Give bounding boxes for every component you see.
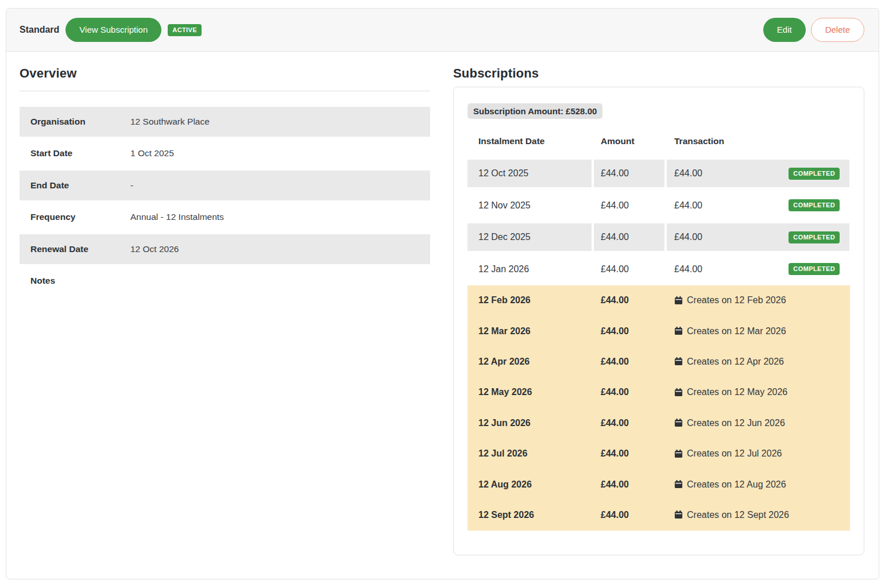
pending-instalment-row: 12 Aug 2026 £44.00 Creates on 12 Aug 202… (467, 469, 850, 500)
instalment-transaction: Creates on 12 Apr 2026 (667, 346, 849, 377)
instalment-transaction: Creates on 12 Feb 2026 (667, 285, 849, 316)
transaction-amount: £44.00 (674, 264, 702, 274)
instalment-date: 12 Mar 2026 (467, 316, 592, 346)
overview-row: Organisation 12 Southwark Place (20, 107, 430, 137)
instalment-date: 12 Sept 2026 (467, 500, 592, 530)
completed-badge: COMPLETED (789, 168, 840, 180)
overview-title: Overview (20, 65, 430, 82)
creates-on-label: Creates on 12 Feb 2026 (687, 295, 786, 305)
instalment-transaction: Creates on 12 May 2026 (667, 377, 849, 408)
overview-field-label: Renewal Date (20, 244, 130, 254)
instalment-date: 12 Oct 2025 (467, 160, 592, 187)
instalment-date: 12 Jan 2026 (467, 256, 592, 283)
instalment-date: 12 Nov 2025 (467, 192, 592, 219)
instalment-amount: £44.00 (594, 438, 664, 469)
creates-on-label: Creates on 12 Sept 2026 (687, 510, 789, 520)
subscription-amount-chip: Subscription Amount: £528.00 (467, 103, 602, 119)
pending-instalment-row: 12 Jul 2026 £44.00 Creates on 12 Jul 202… (467, 438, 850, 469)
calendar-icon (674, 296, 683, 305)
creates-on-label: Creates on 12 May 2026 (687, 387, 787, 397)
instalment-amount: £44.00 (594, 469, 664, 500)
plan-label: Standard (20, 25, 59, 35)
transaction-amount: £44.00 (674, 200, 702, 211)
calendar-icon (674, 327, 683, 335)
creates-on-label: Creates on 12 Aug 2026 (687, 479, 786, 490)
instalment-transaction: Creates on 12 Jun 2026 (667, 408, 849, 438)
instalment-amount: £44.00 (594, 256, 664, 283)
instalment-transaction: Creates on 12 Sept 2026 (667, 500, 849, 530)
instalment-transaction: Creates on 12 Aug 2026 (667, 469, 849, 500)
calendar-icon (674, 450, 683, 458)
instalments-table-header: Instalment Date Amount Transaction (467, 131, 850, 151)
transaction-amount: £44.00 (674, 168, 702, 179)
view-subscription-button[interactable]: View Subscription (65, 18, 161, 42)
instalment-amount: £44.00 (594, 316, 664, 346)
overview-divider (20, 91, 430, 91)
pending-instalment-row: 12 Mar 2026 £44.00 Creates on 12 Mar 202… (467, 316, 850, 346)
overview-field-value: 1 Oct 2025 (130, 148, 174, 158)
instalment-row: 12 Nov 2025 £44.00 £44.00 COMPLETED (467, 192, 850, 219)
creates-on-label: Creates on 12 Jun 2026 (687, 418, 785, 428)
overview-field-label: Organisation (20, 117, 130, 127)
instalment-amount: £44.00 (594, 346, 664, 377)
calendar-icon (674, 419, 683, 427)
active-status-badge: ACTIVE (168, 24, 202, 36)
delete-button[interactable]: Delete (811, 18, 864, 42)
column-header-transaction: Transaction (667, 136, 849, 146)
subscriptions-section: Subscriptions Subscription Amount: £528.… (453, 65, 864, 555)
pending-instalment-row: 12 Feb 2026 £44.00 Creates on 12 Feb 202… (467, 285, 850, 316)
topbar: Standard View Subscription ACTIVE Edit D… (6, 9, 879, 52)
overview-field-value: 12 Oct 2026 (130, 244, 179, 254)
instalment-amount: £44.00 (594, 223, 664, 251)
overview-field-label: End Date (20, 180, 130, 191)
instalment-date: 12 Feb 2026 (467, 285, 592, 316)
instalment-date: 12 Aug 2026 (467, 469, 592, 500)
instalment-transaction: £44.00 COMPLETED (667, 223, 849, 251)
instalment-transaction: Creates on 12 Mar 2026 (667, 316, 849, 346)
instalment-transaction: £44.00 COMPLETED (667, 160, 849, 187)
topbar-right: Edit Delete (763, 18, 864, 42)
subscriptions-title: Subscriptions (453, 65, 864, 82)
instalment-row: 12 Oct 2025 £44.00 £44.00 COMPLETED (467, 160, 850, 187)
overview-row: Frequency Annual - 12 Instalments (20, 203, 430, 233)
instalment-amount: £44.00 (594, 500, 664, 530)
pending-instalment-row: 12 May 2026 £44.00 Creates on 12 May 202… (467, 377, 850, 408)
instalment-amount: £44.00 (594, 408, 664, 438)
pending-instalment-row: 12 Sept 2026 £44.00 Creates on 12 Sept 2… (467, 500, 850, 530)
overview-field-label: Notes (20, 276, 130, 286)
instalment-amount: £44.00 (594, 377, 664, 408)
overview-field-value: - (130, 180, 133, 191)
instalment-amount: £44.00 (594, 160, 664, 187)
overview-row: Notes (20, 266, 430, 296)
pending-instalment-row: 12 Jun 2026 £44.00 Creates on 12 Jun 202… (467, 408, 850, 438)
overview-row: End Date - (20, 171, 430, 200)
overview-row: Renewal Date 12 Oct 2026 (20, 234, 430, 264)
column-header-amount: Amount (594, 136, 664, 146)
overview-field-value: Annual - 12 Instalments (130, 212, 224, 222)
instalment-row: 12 Jan 2026 £44.00 £44.00 COMPLETED (467, 256, 850, 283)
subscription-page: Standard View Subscription ACTIVE Edit D… (6, 8, 879, 579)
calendar-icon (674, 480, 683, 489)
overview-table: Organisation 12 Southwark Place Start Da… (20, 107, 430, 296)
instalment-date: 12 Dec 2025 (467, 223, 592, 251)
instalment-date: 12 May 2026 (467, 377, 592, 408)
transaction-amount: £44.00 (674, 232, 702, 242)
creates-on-label: Creates on 12 Apr 2026 (687, 357, 784, 367)
instalment-date: 12 Jul 2026 (467, 438, 592, 469)
topbar-left: Standard View Subscription ACTIVE (20, 18, 202, 42)
completed-badge: COMPLETED (789, 263, 840, 275)
instalment-transaction: £44.00 COMPLETED (667, 256, 849, 283)
instalment-row: 12 Dec 2025 £44.00 £44.00 COMPLETED (467, 223, 850, 251)
calendar-icon (674, 510, 683, 519)
completed-badge: COMPLETED (789, 231, 840, 243)
overview-field-value: 12 Southwark Place (130, 117, 210, 127)
instalment-amount: £44.00 (594, 192, 664, 219)
pending-instalment-row: 12 Apr 2026 £44.00 Creates on 12 Apr 202… (467, 346, 850, 377)
main-content: Overview Organisation 12 Southwark Place… (6, 52, 879, 555)
creates-on-label: Creates on 12 Mar 2026 (687, 326, 786, 336)
overview-row: Start Date 1 Oct 2025 (20, 139, 430, 169)
instalment-date: 12 Jun 2026 (467, 408, 592, 438)
edit-button[interactable]: Edit (763, 18, 806, 42)
completed-instalments: 12 Oct 2025 £44.00 £44.00 COMPLETED 12 N… (467, 160, 850, 283)
instalment-transaction: Creates on 12 Jul 2026 (667, 438, 849, 469)
